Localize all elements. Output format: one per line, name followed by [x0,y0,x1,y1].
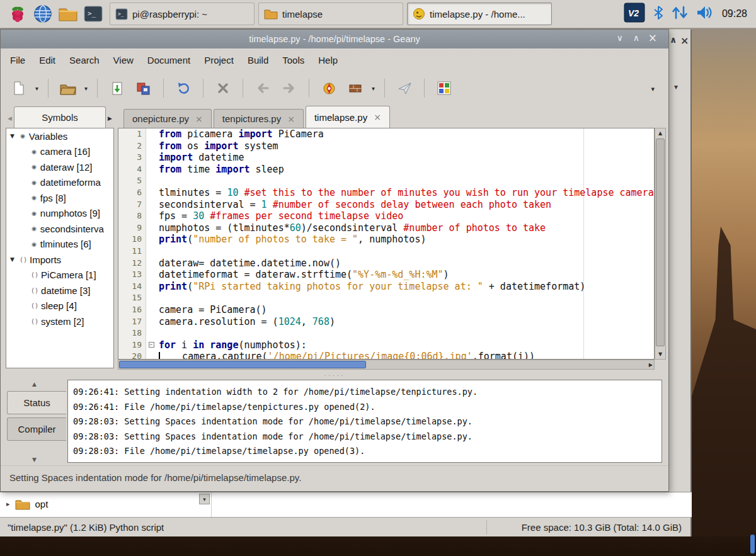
symbol-item[interactable]: ◉dateraw [12] [6,159,113,175]
symbol-group[interactable]: ▼◉Variables [6,128,113,144]
symbol-group[interactable]: ▼( )Imports [6,252,113,268]
save-all-button[interactable] [132,76,156,101]
terminal-launcher[interactable]: >_ [81,2,106,26]
close-icon[interactable]: × [648,31,657,44]
expander-icon[interactable]: ▼ [10,256,16,263]
tab-timelapse.py[interactable]: timelapse.py× [306,106,390,128]
symbol-item[interactable]: ( )system [2] [6,314,113,329]
code-line[interactable]: 3import datetime [118,152,654,164]
menu-edit[interactable]: Edit [32,50,62,70]
code-line[interactable]: 5 [118,175,654,187]
symbol-item[interactable]: ◉datetimeforma [6,175,113,191]
run-button[interactable] [392,76,416,101]
tab-close-icon[interactable]: × [374,112,381,122]
scrollbar-thumb[interactable] [119,361,366,368]
code-line[interactable]: 20 camera.capture('/home/pi/Pictures/ima… [118,351,654,360]
code-line[interactable]: 16camera = PiCamera() [118,304,654,316]
menu-project[interactable]: Project [197,50,241,70]
bluetooth-tray-icon[interactable] [653,5,663,23]
tab-close-icon[interactable]: × [287,114,295,124]
tab-close-icon[interactable]: × [195,114,203,124]
menu-build[interactable]: Build [241,50,275,70]
scroll-right-icon[interactable]: ▶ [649,362,653,368]
taskbar-window-geany[interactable]: timelapse.py - /home... [407,3,552,25]
menu-search[interactable]: Search [62,50,106,70]
code-line[interactable]: 8fps = 30 #frames per second timelapse v… [118,210,654,222]
tab-scroll-up-icon[interactable]: ▲ [32,381,37,387]
new-file-dropdown-icon[interactable]: ▾ [33,85,40,92]
menu-help[interactable]: Help [311,50,345,70]
code-line[interactable]: 14print("RPi started taking photos for y… [118,281,654,293]
code-line[interactable]: 18 [118,327,654,339]
toolbar-overflow-icon[interactable]: ▾ [651,85,655,93]
tab-scroll-right-icon[interactable]: ▶ [106,115,114,128]
symbol-item[interactable]: ( )PiCamera [1] [6,268,113,283]
code-line[interactable]: 9numphotos = (tlminutes*60)/secondsinter… [118,222,654,234]
menu-view[interactable]: View [106,50,140,70]
code-line[interactable]: 15 [118,292,654,304]
expander-icon[interactable]: ▼ [10,133,16,139]
color-chooser-button[interactable] [432,76,456,101]
toolbar-overflow-icon[interactable]: ▾ [674,82,678,91]
code-line[interactable]: 4from time import sleep [118,164,654,176]
menu-file[interactable]: File [3,50,32,70]
fold-collapse-icon[interactable]: − [149,342,154,348]
scrollbar-thumb[interactable] [656,139,665,346]
volume-tray-icon[interactable] [696,5,714,23]
symbol-item[interactable]: ◉camera [16] [6,144,113,160]
code-line[interactable]: 17camera.resolution = (1024, 768) [118,316,654,328]
nav-back-button[interactable] [251,76,275,101]
network-updown-tray-icon[interactable] [672,5,688,23]
code-line[interactable]: 6tlminutes = 10 #set this to the number … [118,187,654,199]
code-line[interactable]: 12dateraw= datetime.datetime.now() [118,258,654,269]
code-line[interactable]: 1from picamera import PiCamera [118,128,654,140]
symbol-item[interactable]: ( )datetime [3] [6,283,113,298]
filemanager-launcher[interactable] [55,2,81,26]
fm-tree-item-opt[interactable]: ▸ opt [0,494,198,513]
code-editor[interactable]: 1from picamera import PiCamera2from os i… [118,128,655,360]
code-line[interactable]: 11 [118,246,654,258]
pane-splitter-handle[interactable]: ····· [1,372,668,380]
close-icon[interactable]: × [680,35,689,47]
code-line[interactable]: 2from os import system [118,140,654,152]
revert-button[interactable] [171,76,195,101]
titlebar[interactable]: timelapse.py - /home/pi/timelapse - Gean… [1,30,668,48]
symbol-item[interactable]: ◉fps [8] [6,190,113,206]
code-line[interactable]: 10print("number of photos to take = ", n… [118,234,654,246]
horizontal-scrollbar[interactable]: ▶ [118,360,655,370]
filemanager-file-area[interactable]: ▸ opt ▾ [0,492,692,517]
tab-scroll-down-icon[interactable]: ▼ [32,457,37,463]
tab-compiler[interactable]: Compiler [7,417,66,441]
build-button[interactable] [343,76,367,101]
clock[interactable]: 09:28 [722,8,747,20]
expander-icon[interactable]: ▸ [6,500,10,508]
nav-forward-button[interactable] [277,76,301,101]
compile-button[interactable] [317,76,341,101]
open-file-button[interactable] [56,76,80,101]
symbol-item[interactable]: ( )sleep [4] [6,298,113,314]
tab-scroll-left-icon[interactable]: ◀ [6,115,14,128]
tab-symbols[interactable]: Symbols [14,106,106,128]
message-window[interactable]: 09:26:41: Setting indentation width to 2… [67,380,662,463]
taskbar-window-terminal[interactable]: >_ pi@raspberrypi: ~ [110,3,255,25]
fm-scroll-down-button[interactable]: ▾ [199,494,210,504]
new-file-button[interactable] [7,76,31,101]
scroll-up-icon[interactable]: ▲ [655,130,665,136]
menu-tools[interactable]: Tools [275,50,311,70]
tab-tenpictures.py[interactable]: tenpictures.py× [214,109,304,128]
code-line[interactable]: 13datetimeformat = dateraw.strftime("%Y-… [118,269,654,281]
tab-onepicture.py[interactable]: onepicture.py× [123,109,212,128]
maximize-icon[interactable]: ∧ [633,33,639,43]
scroll-down-icon[interactable]: ▼ [655,351,665,357]
browser-launcher[interactable] [30,2,55,26]
tab-status[interactable]: Status [7,391,66,414]
maximize-icon[interactable]: ∧ [670,35,677,45]
close-document-button[interactable] [211,76,235,101]
taskbar-window-filemanager[interactable]: timelapse [258,3,403,25]
open-file-dropdown-icon[interactable]: ▾ [83,85,89,92]
save-button[interactable] [105,76,129,101]
app-menu-button[interactable] [5,2,30,26]
code-line[interactable]: 19−for i in range(numphotos): [118,339,654,351]
symbol-item[interactable]: ◉numphotos [9] [6,206,113,222]
symbol-item[interactable]: ◉tlminutes [6] [6,237,113,252]
